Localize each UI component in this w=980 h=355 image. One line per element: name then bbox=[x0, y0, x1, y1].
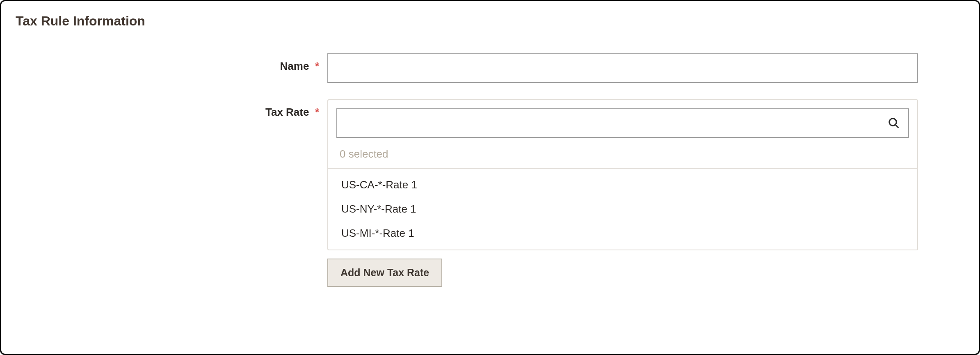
add-btn-wrap: Add New Tax Rate bbox=[327, 259, 918, 287]
name-row: Name * bbox=[16, 53, 964, 83]
tax-rate-option[interactable]: US-CA-*-Rate 1 bbox=[328, 173, 917, 197]
tax-rate-options-list: US-CA-*-Rate 1 US-NY-*-Rate 1 US-MI-*-Ra… bbox=[328, 168, 917, 250]
name-label: Name bbox=[280, 60, 309, 72]
tax-rate-control-col: 0 selected US-CA-*-Rate 1 US-NY-*-Rate 1… bbox=[327, 99, 918, 287]
tax-rate-option[interactable]: US-MI-*-Rate 1 bbox=[328, 221, 917, 245]
panel-title: Tax Rule Information bbox=[16, 14, 964, 29]
tax-rate-label: Tax Rate bbox=[265, 106, 309, 118]
tax-rate-row: Tax Rate * 0 selected bbox=[16, 99, 964, 287]
name-label-col: Name * bbox=[16, 53, 327, 73]
tax-rate-selected-count: 0 selected bbox=[328, 142, 917, 168]
tax-rule-panel: Tax Rule Information Name * Tax Rate * bbox=[0, 0, 980, 355]
tax-rate-search-wrap bbox=[328, 100, 917, 142]
add-new-tax-rate-button[interactable]: Add New Tax Rate bbox=[327, 259, 442, 287]
tax-rate-option[interactable]: US-NY-*-Rate 1 bbox=[328, 197, 917, 221]
tax-rate-search-input[interactable] bbox=[336, 108, 909, 138]
tax-rate-label-col: Tax Rate * bbox=[16, 99, 327, 119]
name-input[interactable] bbox=[327, 53, 918, 83]
required-asterisk: * bbox=[315, 60, 319, 72]
required-asterisk: * bbox=[315, 106, 319, 118]
tax-rate-multiselect: 0 selected US-CA-*-Rate 1 US-NY-*-Rate 1… bbox=[327, 99, 918, 250]
name-control-col bbox=[327, 53, 918, 83]
tax-rate-search bbox=[336, 108, 909, 138]
